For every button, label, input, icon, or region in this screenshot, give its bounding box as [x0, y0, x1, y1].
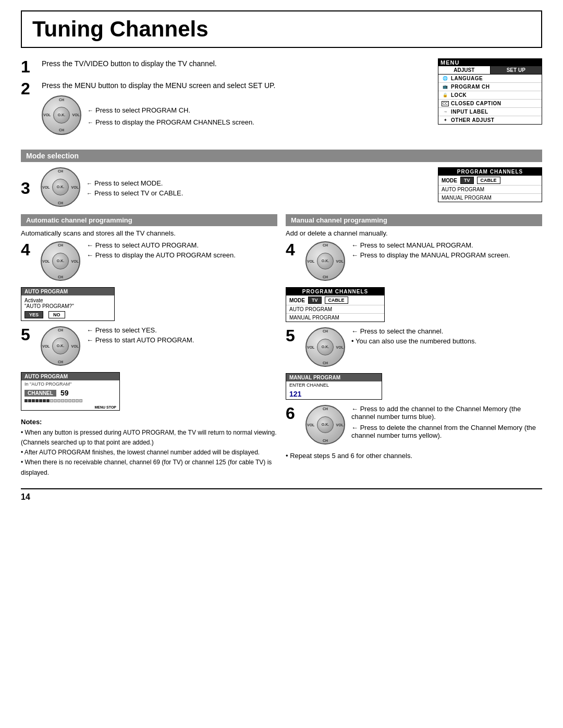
step-1-row: 1 Press the TV/VIDEO button to display t… — [21, 58, 427, 75]
step-4m-ann2: ← Press to display the MANUAL PROGRAM sc… — [351, 251, 542, 259]
menu-tab-adjust[interactable]: ADJUST — [438, 66, 491, 74]
dial-ok-label: O.K. — [58, 113, 65, 117]
prog-ch-manual-row[interactable]: MANUAL PROGRAM — [438, 194, 542, 202]
step-5m-num: 5 — [286, 327, 301, 344]
prog-ch-mode-row: MODE TV CABLE — [438, 176, 542, 186]
auto-section-heading: Automatic channel programming — [26, 216, 132, 224]
step-5-auto-row: 5 CH O.K. VOL VOL CH ← Press to select Y… — [21, 326, 277, 368]
step-1-text: Press the TV/VIDEO button to display the… — [42, 58, 427, 69]
step-5m-ann2: • You can also use the numbered buttons. — [351, 337, 542, 345]
menu-item-program-ch-label: PROGRAM CH — [451, 84, 489, 90]
prog-ch-manual-title-1: PROGRAM CHANNELS — [286, 288, 384, 295]
dial5m-vl: VOL — [307, 346, 314, 349]
step-3-ann-text-2: Press to select TV or CABLE. — [94, 189, 183, 197]
prog-ch-manual-box-1: PROGRAM CHANNELS MODE TV CABLE AUTO PROG… — [286, 287, 385, 322]
mode-selection-header: Mode selection — [21, 150, 542, 162]
prog-ch-cable-btn[interactable]: CABLE — [477, 177, 500, 184]
dial3-ch-top: CH — [58, 169, 63, 173]
step-5m-annotations: ← Press to select the channel. • You can… — [351, 327, 542, 345]
manual-cable-btn[interactable]: CABLE — [325, 297, 348, 304]
manual-auto-prog-row[interactable]: AUTO PROGRAM — [286, 305, 384, 314]
menu-box: MENU ADJUST SET UP 🌐 LANGUAGE 📺 PROGRAM … — [438, 58, 542, 125]
yes-button[interactable]: YES — [25, 311, 43, 318]
prog-ch-auto-row[interactable]: AUTO PROGRAM — [438, 186, 542, 194]
note-1: • When any button is pressed during AUTO… — [21, 428, 277, 448]
auto-prog-activate: Activate "AUTO PROGRAM?" — [25, 298, 111, 309]
step-5a-num: 5 — [21, 326, 36, 343]
arrow4a2: ← — [87, 251, 95, 259]
dot-14 — [72, 399, 75, 402]
dial5a-vr: VOL — [71, 344, 79, 348]
dial6m-cb: CH — [323, 439, 328, 442]
dot-9 — [54, 399, 57, 402]
step-6-manual-row: 6 CH O.K. VOL VOL CH ← Press to add the … — [286, 405, 542, 447]
dot-7 — [46, 399, 50, 402]
auto-prog-channel-row: CHANNEL 59 — [21, 388, 119, 399]
manual-section-sub: Add or delete a channel manually. — [286, 229, 542, 237]
manual-section: Manual channel programming Add or delete… — [286, 214, 542, 478]
manual-prog-enter: ENTER CHANNEL — [286, 381, 382, 389]
step-5a-text-2: Press to start AUTO PROGRAM. — [95, 336, 194, 344]
notes-title: Notes: — [21, 417, 277, 428]
step-6m-ann1: ← Press to add the channel to the Channe… — [351, 405, 542, 421]
auto-prog-screen-2: AUTO PROGRAM In "AUTO PROGRAM" CHANNEL 5… — [21, 372, 120, 411]
step-5a-dial: CH O.K. VOL VOL CH — [41, 326, 82, 368]
dial4m-vr: VOL — [336, 260, 344, 263]
menu-item-language[interactable]: 🌐 LANGUAGE — [438, 75, 542, 83]
step-5a-ann2: ← Press to start AUTO PROGRAM. — [87, 336, 277, 344]
auto-section-sub: Automatically scans and stores all the T… — [21, 229, 277, 237]
step-4a-dial: CH O.K. VOL VOL CH — [41, 241, 82, 283]
manual-manual-prog-row[interactable]: MANUAL PROGRAM — [286, 314, 384, 322]
prog-ch-manual-label: MANUAL PROGRAM — [442, 195, 492, 201]
menu-item-closed-caption[interactable]: CC CLOSED CAPTION — [438, 100, 542, 108]
dot-4 — [35, 399, 39, 402]
prog-ch-tv-btn[interactable]: TV — [460, 177, 474, 184]
menu-item-language-label: LANGUAGE — [451, 76, 483, 81]
step-4a-ann1: ← Press to select AUTO PROGRAM. — [87, 241, 277, 249]
dial4a-cb: CH — [58, 275, 63, 279]
step-5a-annotations: ← Press to select YES. ← Press to start … — [87, 326, 277, 344]
step-4m-text-2: Press to display the MANUAL PROGRAM scre… — [360, 251, 510, 259]
page-number: 14 — [21, 488, 542, 502]
step-2-annotations: ← Press to select PROGRAM CH. ← Press to… — [88, 105, 427, 128]
auto-prog-body-1: Activate "AUTO PROGRAM?" YES NO — [21, 295, 114, 320]
prog-ch-mode-label: MODE — [442, 178, 457, 183]
step-6m-ann2: ← Press to delete the channel from the C… — [351, 424, 542, 439]
step-1-number: 1 — [21, 58, 36, 75]
step-2-number: 2 — [21, 80, 36, 97]
menu-item-input-label[interactable]: → INPUT LABEL — [438, 108, 542, 116]
step-2-ann-text-2: Press to display the PROGRAM CHANNELS sc… — [95, 117, 254, 128]
stop-label[interactable]: STOP — [106, 405, 116, 409]
menu-item-other-adjust-label: OTHER ADJUST — [451, 117, 494, 123]
manual-manual-label: MANUAL PROGRAM — [289, 315, 339, 320]
menu-item-input-label-label: INPUT LABEL — [451, 109, 488, 115]
dial3-ok: O.K. — [57, 185, 64, 189]
dial5a-vl: VOL — [42, 344, 50, 348]
mode-selection-heading: Mode selection — [26, 152, 79, 160]
menu-item-other-adjust[interactable]: ✦ OTHER ADJUST — [438, 116, 542, 124]
dot-3 — [32, 399, 35, 402]
manual-tv-btn[interactable]: TV — [308, 297, 322, 304]
notes-section: Notes: • When any button is pressed duri… — [21, 417, 277, 478]
manual-prog-channel-row: 121 — [286, 389, 382, 399]
menu-item-program-ch[interactable]: 📺 PROGRAM CH — [438, 83, 542, 91]
dial-ch-bottom: CH — [59, 128, 64, 133]
manual-mode-label: MODE — [289, 298, 305, 303]
dial4a-vr: VOL — [71, 260, 79, 263]
menu-item-lock[interactable]: 🔒 LOCK — [438, 91, 542, 100]
auto-prog-run-sub: In "AUTO PROGRAM" — [21, 380, 119, 388]
note-2: • After AUTO PROGRAM finishes, the lowes… — [21, 448, 277, 458]
arrow4a1: ← — [87, 241, 95, 249]
step-2-ann-text-1: Press to select PROGRAM CH. — [95, 105, 190, 116]
menu-tab-setup[interactable]: SET UP — [491, 66, 542, 74]
step-6m-dial: CH O.K. VOL VOL CH — [305, 405, 347, 447]
dial4m-vl: VOL — [307, 260, 314, 263]
dial4a-ch: CH — [58, 243, 63, 247]
step-6m-text-1: Press to add the channel to the Channel … — [351, 405, 521, 421]
dial4m-cb: CH — [323, 275, 328, 279]
dial-vol-left: VOL — [43, 113, 51, 118]
no-button[interactable]: NO — [48, 311, 65, 318]
dot-15 — [76, 399, 79, 402]
step-5a-ann1: ← Press to select YES. — [87, 326, 277, 334]
manual-note: • Repeat steps 5 and 6 for other channel… — [286, 452, 542, 460]
